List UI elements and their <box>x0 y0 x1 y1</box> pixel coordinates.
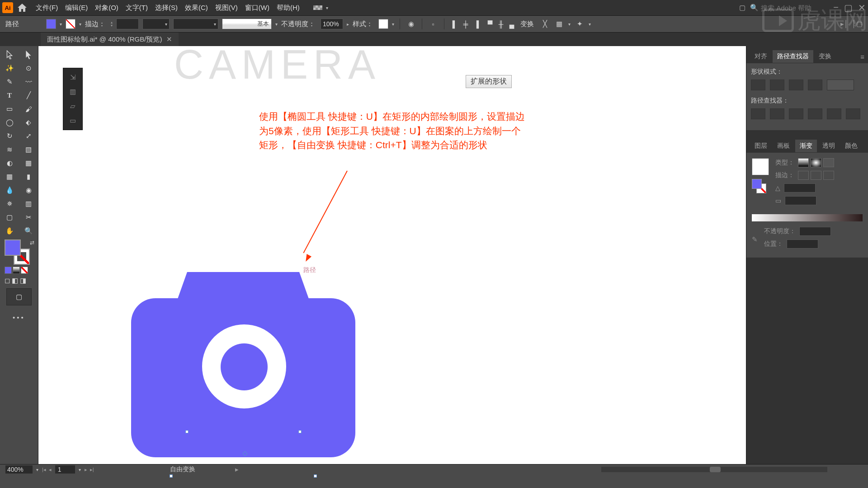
stroke-dropdown[interactable]: ▾ <box>79 22 81 27</box>
perspective-tool[interactable]: ▦ <box>19 156 38 170</box>
stop-opacity-input[interactable] <box>799 227 831 236</box>
crop-icon[interactable] <box>808 108 822 119</box>
color-mode-solid[interactable] <box>5 267 12 274</box>
gradient-preview[interactable] <box>752 158 769 175</box>
recolor-icon[interactable]: ◉ <box>406 19 416 29</box>
unite-icon[interactable] <box>751 80 765 90</box>
arrange-docs-icon[interactable]: ▢ <box>739 4 745 12</box>
transform-label[interactable]: 变换 <box>520 20 534 28</box>
tab-align[interactable]: 对齐 <box>750 50 772 63</box>
horizontal-scrollbar[interactable] <box>601 467 827 472</box>
status-arrow-icon[interactable]: ▸ <box>235 465 239 474</box>
app-logo[interactable]: Ai <box>2 2 13 13</box>
scrollbar-thumb[interactable] <box>710 467 721 472</box>
expand-button[interactable] <box>827 80 854 90</box>
essentials-workspace-icon[interactable] <box>313 5 322 10</box>
minus-back-icon[interactable] <box>846 108 860 119</box>
align-hcenter-icon[interactable]: ╪ <box>461 19 471 29</box>
opacity-input[interactable] <box>321 19 343 29</box>
zoom-dropdown[interactable]: ▾ <box>36 467 38 472</box>
merge-icon[interactable] <box>789 108 803 119</box>
color-mode-none[interactable] <box>21 267 28 274</box>
opacity-label[interactable]: 不透明度： <box>281 20 315 28</box>
fill-indicator[interactable] <box>5 239 21 256</box>
graph-tool[interactable]: ▥ <box>19 197 38 211</box>
linear-gradient-icon[interactable] <box>798 158 809 167</box>
stop-position-input[interactable] <box>787 239 818 249</box>
constrain-icon[interactable]: ⇲ <box>63 70 82 84</box>
freeform-gradient-icon[interactable] <box>823 158 834 167</box>
minus-front-icon[interactable] <box>770 80 784 90</box>
brush-dropdown[interactable]: ▾ <box>173 19 218 29</box>
menu-help[interactable]: 帮助(H) <box>277 4 300 12</box>
tab-layers[interactable]: 图层 <box>750 140 772 152</box>
draw-normal-icon[interactable]: ◻ <box>5 277 10 285</box>
gradient-fill-box[interactable] <box>752 179 762 189</box>
expand-shape-button[interactable]: 扩展的形状 <box>466 75 512 88</box>
menu-view[interactable]: 视图(V) <box>215 4 238 12</box>
fill-dropdown[interactable]: ▾ <box>60 22 62 27</box>
stroke-label[interactable]: 描边： <box>85 20 105 28</box>
shaper-tool[interactable]: ◯ <box>0 116 19 129</box>
gradient-slider[interactable] <box>752 214 863 221</box>
tab-color[interactable]: 颜色 <box>840 140 862 152</box>
free-transform-icon[interactable]: ▥ <box>63 84 82 99</box>
slice-tool[interactable]: ✂ <box>19 211 38 224</box>
scale-tool[interactable]: ⤢ <box>19 129 38 143</box>
free-transform-tool[interactable]: ▧ <box>19 143 38 156</box>
blend-tool[interactable]: ◉ <box>19 183 38 197</box>
stroke-down[interactable]: ▾ <box>111 24 113 27</box>
divide-icon[interactable] <box>751 108 765 119</box>
width-tool[interactable]: ≋ <box>0 143 19 156</box>
canvas[interactable]: CAMERA 扩展的形状 使用【椭圆工具 快捷键：U】在矩形的内部绘制圆形，设置… <box>38 46 746 464</box>
panel-menu-icon[interactable]: ≡ <box>860 53 864 61</box>
angle-input[interactable] <box>784 183 816 192</box>
home-icon[interactable] <box>18 4 27 12</box>
eyedropper-icon[interactable]: ✎ <box>752 235 758 244</box>
intersect-icon[interactable] <box>789 80 803 90</box>
selection-tool[interactable] <box>0 48 19 61</box>
perspective-distort-icon[interactable]: ▱ <box>63 99 82 113</box>
shape-builder-tool[interactable]: ◐ <box>0 156 19 170</box>
brush-style[interactable]: 基本 <box>222 19 272 29</box>
pen-tool[interactable]: ✎ <box>0 75 19 89</box>
stroke-profile-dropdown[interactable]: ▾ <box>142 19 170 29</box>
align-bottom-icon[interactable]: ▄ <box>507 19 517 29</box>
menu-window[interactable]: 窗口(W) <box>245 4 269 12</box>
menu-object[interactable]: 对象(O) <box>95 4 118 12</box>
last-artboard-icon[interactable]: ▸| <box>90 467 94 473</box>
tab-transform[interactable]: 变换 <box>814 50 836 63</box>
trim-icon[interactable] <box>770 108 784 119</box>
symbol-sprayer-tool[interactable]: ✵ <box>0 197 19 211</box>
curvature-tool[interactable]: 〰 <box>19 75 38 89</box>
shape-icon[interactable]: ╳ <box>539 19 550 29</box>
color-mode-gradient[interactable] <box>13 267 20 274</box>
graphic-style-swatch[interactable] <box>378 19 388 29</box>
direct-selection-tool[interactable] <box>19 48 38 61</box>
gradient-tool[interactable]: ▮ <box>19 170 38 183</box>
aspect-input[interactable] <box>785 196 816 205</box>
zoom-input[interactable] <box>5 465 33 474</box>
mesh-tool[interactable]: ▦ <box>0 170 19 183</box>
fill-swatch[interactable] <box>46 19 56 29</box>
more-tools-icon[interactable]: ••• <box>0 309 38 326</box>
artboard-number-input[interactable] <box>55 465 75 474</box>
camera-lens-inner[interactable] <box>221 343 268 390</box>
first-artboard-icon[interactable]: |◂ <box>42 467 46 473</box>
rotate-tool[interactable]: ↻ <box>0 129 19 143</box>
free-distort-icon[interactable]: ▭ <box>63 113 82 128</box>
lasso-tool[interactable]: ⊙ <box>19 61 38 75</box>
draw-behind-icon[interactable]: ◧ <box>12 277 18 285</box>
stroke-across-icon[interactable] <box>823 171 834 180</box>
exclude-icon[interactable] <box>808 80 822 90</box>
artboard-tool[interactable]: ▢ <box>0 211 19 224</box>
align-right-icon[interactable]: ▐ <box>472 19 481 29</box>
tab-pathfinder[interactable]: 路径查找器 <box>773 50 813 63</box>
outline-icon[interactable] <box>827 108 841 119</box>
anchor-tr[interactable] <box>298 430 302 433</box>
close-tab-icon[interactable]: ✕ <box>166 35 172 43</box>
align-vcenter-icon[interactable]: ╫ <box>496 19 506 29</box>
type-tool[interactable]: T <box>0 89 19 102</box>
align-left-icon[interactable]: ▌ <box>450 19 460 29</box>
stroke-along-icon[interactable] <box>811 171 821 180</box>
